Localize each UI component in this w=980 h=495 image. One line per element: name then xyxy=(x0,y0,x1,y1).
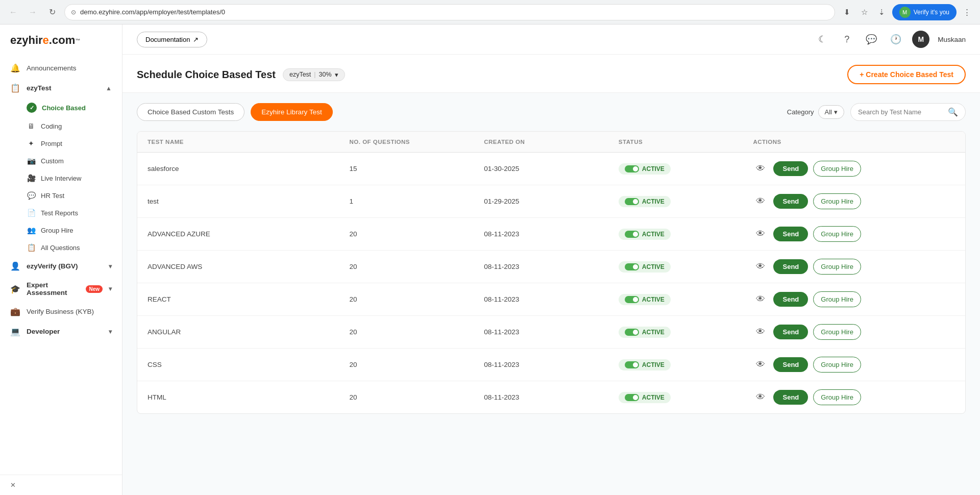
logo-tm: ™ xyxy=(75,38,80,43)
group-hire-button[interactable]: Group Hire xyxy=(813,389,861,405)
send-button[interactable]: Send xyxy=(773,390,808,405)
group-hire-button[interactable]: Group Hire xyxy=(813,259,861,275)
help-button[interactable]: ? xyxy=(839,31,855,47)
refresh-button[interactable]: ↻ xyxy=(45,5,59,19)
dark-mode-button[interactable]: ☾ xyxy=(814,31,830,47)
data-table: TEST NAME NO. OF QUESTIONS CREATED ON ST… xyxy=(137,131,966,414)
view-button[interactable]: 👁 xyxy=(753,161,768,177)
toggle-active[interactable] xyxy=(625,165,639,172)
user-name[interactable]: Muskaan xyxy=(938,36,966,43)
table-row: salesforce 15 01-30-2025 ACTIVE 👁 Send G… xyxy=(137,153,965,185)
toggle-active[interactable] xyxy=(625,394,639,401)
history-icon: 🕐 xyxy=(890,34,901,45)
cell-questions: 20 xyxy=(350,361,484,368)
header-created-on: CREATED ON xyxy=(484,139,619,145)
create-choice-based-test-button[interactable]: + Create Choice Based Test xyxy=(847,65,966,84)
history-button[interactable]: 🕐 xyxy=(888,31,904,47)
download-icon[interactable]: ⇣ xyxy=(875,5,889,19)
chevron-up-icon: ▲ xyxy=(106,85,112,92)
view-button[interactable]: 👁 xyxy=(753,194,768,209)
group-hire-button[interactable]: Group Hire xyxy=(813,226,861,242)
group-hire-button[interactable]: Group Hire xyxy=(813,161,861,177)
menu-icon[interactable]: ⋮ xyxy=(960,5,974,19)
tab-library-tests[interactable]: Ezyhire Library Test xyxy=(251,103,332,121)
view-button[interactable]: 👁 xyxy=(753,325,768,340)
cell-questions: 15 xyxy=(350,165,484,172)
search-input[interactable] xyxy=(858,108,944,116)
table-row: REACT 20 08-11-2023 ACTIVE 👁 Send Group … xyxy=(137,283,965,316)
external-link-icon: ↗ xyxy=(193,36,199,43)
logo-text-com: .com xyxy=(49,34,75,47)
send-button[interactable]: Send xyxy=(773,357,808,372)
sidebar-label-coding: Coding xyxy=(41,122,62,130)
download-page-icon[interactable]: ⬇ xyxy=(840,5,854,19)
send-button[interactable]: Send xyxy=(773,161,808,176)
send-button[interactable]: Send xyxy=(773,227,808,241)
view-button[interactable]: 👁 xyxy=(753,292,768,307)
send-button[interactable]: Send xyxy=(773,259,808,274)
toggle-active[interactable] xyxy=(625,231,639,238)
send-button[interactable]: Send xyxy=(773,194,808,209)
back-button[interactable]: ← xyxy=(6,5,20,19)
group-hire-button[interactable]: Group Hire xyxy=(813,357,861,373)
user-avatar[interactable]: M xyxy=(912,31,929,48)
view-button[interactable]: 👁 xyxy=(753,259,768,275)
sidebar-section-developer[interactable]: 💻 Developer ▾ xyxy=(0,321,122,341)
test-badge[interactable]: ezyTest | 30% ▾ xyxy=(283,68,345,81)
sidebar-item-coding[interactable]: 🖥 Coding xyxy=(0,117,122,135)
sidebar-item-announcements[interactable]: 🔔 Announcements xyxy=(0,58,122,78)
sidebar-item-live-interview[interactable]: 🎥 Live Interview xyxy=(0,169,122,187)
table-row: ADVANCED AWS 20 08-11-2023 ACTIVE 👁 Send… xyxy=(137,251,965,283)
tab-custom-tests[interactable]: Choice Based Custom Tests xyxy=(137,103,244,121)
group-hire-button[interactable]: Group Hire xyxy=(813,193,861,209)
toggle-active[interactable] xyxy=(625,329,639,336)
category-value: All xyxy=(825,108,832,116)
sidebar-section-ezytest[interactable]: 📋 ezyTest ▲ xyxy=(0,78,122,98)
toggle-active[interactable] xyxy=(625,296,639,303)
sidebar-label-custom: Custom xyxy=(41,157,64,165)
cell-test-name: ADVANCED AZURE xyxy=(148,230,350,238)
category-select[interactable]: All ▾ xyxy=(818,105,844,119)
actions-cell: 👁 Send Group Hire xyxy=(753,193,955,209)
sidebar-item-custom[interactable]: 📷 Custom xyxy=(0,152,122,169)
chat-button[interactable]: 💬 xyxy=(863,31,879,47)
badge-percent: 30% xyxy=(319,71,332,78)
verify-button[interactable]: M Verify it's you xyxy=(892,4,957,20)
group-hire-button[interactable]: Group Hire xyxy=(813,324,861,340)
sidebar-item-all-questions[interactable]: 📋 All Questions xyxy=(0,239,122,256)
bookmark-icon[interactable]: ☆ xyxy=(857,5,872,19)
prompt-icon: ✦ xyxy=(27,139,36,147)
chevron-down-ezyverify-icon: ▾ xyxy=(109,263,112,270)
sidebar-label-hr-test: HR Test xyxy=(41,192,64,200)
table-body: salesforce 15 01-30-2025 ACTIVE 👁 Send G… xyxy=(137,153,965,413)
forward-button[interactable]: → xyxy=(26,5,40,19)
send-button[interactable]: Send xyxy=(773,325,808,339)
toggle-active[interactable] xyxy=(625,198,639,205)
send-button[interactable]: Send xyxy=(773,292,808,307)
test-reports-icon: 📄 xyxy=(27,209,36,217)
dropdown-chevron-icon: ▾ xyxy=(335,71,338,79)
actions-cell: 👁 Send Group Hire xyxy=(753,357,955,373)
sidebar-section-expert-assessment[interactable]: 🎓 Expert Assessment New ▾ xyxy=(0,276,122,302)
toggle-active[interactable] xyxy=(625,361,639,368)
sidebar-item-test-reports[interactable]: 📄 Test Reports xyxy=(0,204,122,221)
table-row: CSS 20 08-11-2023 ACTIVE 👁 Send Group Hi… xyxy=(137,349,965,381)
sidebar-item-prompt[interactable]: ✦ Prompt xyxy=(0,135,122,152)
cell-created: 08-11-2023 xyxy=(484,295,619,303)
group-hire-button[interactable]: Group Hire xyxy=(813,291,861,307)
toggle-active[interactable] xyxy=(625,263,639,270)
sidebar-item-group-hire[interactable]: 👥 Group Hire xyxy=(0,221,122,239)
view-button[interactable]: 👁 xyxy=(753,227,768,242)
sidebar-item-choice-based[interactable]: ✓ Choice Based xyxy=(0,98,122,117)
cell-test-name: salesforce xyxy=(148,165,350,172)
sidebar-navigation: 🔔 Announcements 📋 ezyTest ▲ ✓ Choice Bas… xyxy=(0,56,122,475)
view-button[interactable]: 👁 xyxy=(753,390,768,405)
view-button[interactable]: 👁 xyxy=(753,357,768,373)
sidebar-item-hr-test[interactable]: 💬 HR Test xyxy=(0,187,122,204)
sidebar-item-verify-business[interactable]: 💼 Verify Business (KYB) xyxy=(0,302,122,321)
documentation-button[interactable]: Documentation ↗ xyxy=(137,32,207,47)
close-button[interactable]: ✕ xyxy=(10,481,112,489)
sidebar-section-ezyverify[interactable]: 👤 ezyVerify (BGV) ▾ xyxy=(0,256,122,276)
expert-assessment-icon: 🎓 xyxy=(10,284,20,294)
header-test-name: TEST NAME xyxy=(148,139,350,145)
